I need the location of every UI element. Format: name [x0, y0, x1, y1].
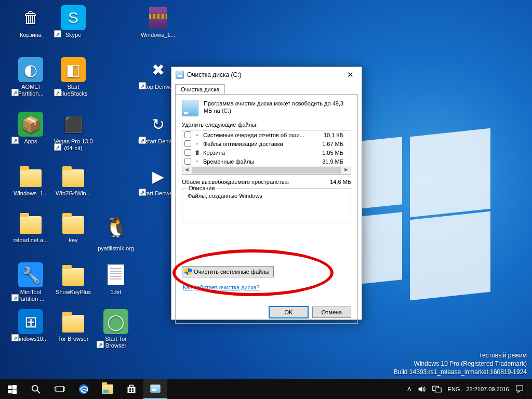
desktop-icon-win2[interactable]: Windows_1... [10, 164, 51, 197]
desktop-icon-label: key [53, 237, 94, 244]
desktop-icon-label: Win7G4Win... [53, 190, 94, 197]
tab-disk-cleanup[interactable]: Очистка диска [175, 84, 225, 95]
shortcut-arrow-icon: ↗ [54, 143, 61, 151]
task-view-button[interactable] [48, 379, 72, 399]
desktop-icon-apps[interactable]: 📦↗Apps [10, 112, 51, 145]
svg-rect-18 [435, 388, 441, 392]
desktop-icon-label: rsload.net.a... [10, 237, 51, 244]
clean-system-files-button[interactable]: Очистить системные файлы [182, 266, 274, 277]
shortcut-arrow-icon: ↗ [54, 89, 61, 96]
watermark-line1: Тестовый режим [394, 351, 527, 360]
shortcut-arrow-icon: ↗ [11, 294, 19, 301]
svg-point-4 [32, 385, 38, 391]
disk-cleanup-dialog: Очистка диска (C:) ✕ Очистка диска Прогр… [171, 66, 362, 320]
desktop-icon-label: 1.txt [96, 289, 136, 296]
taskbar: ᐱ ENG 22:21 07.09.2016 [0, 379, 532, 399]
action-center-button[interactable] [512, 379, 527, 399]
desktop-icon-aomei[interactable]: ◐↗AOMEI Partition... [10, 57, 51, 97]
taskbar-app-explorer[interactable] [96, 379, 119, 399]
tray-date: 07.09.2016 [481, 386, 509, 393]
shortcut-arrow-icon: ↗ [54, 30, 61, 37]
desktop-icon-minitool[interactable]: 🔧↗MiniTool Partition ... [10, 262, 51, 302]
description-groupbox: Описание Файлы, созданные Windows [182, 188, 351, 222]
how-cleanup-works-link[interactable]: Как работает очистка диска? [183, 284, 260, 290]
svg-rect-2 [8, 390, 12, 393]
file-checkbox[interactable] [184, 131, 191, 138]
file-name: Временные файлы [203, 158, 322, 165]
desktop-icon-label: ShowKeyPlus [53, 289, 94, 296]
file-type-icon: 🗑 [193, 149, 201, 156]
disk-cleanup-icon [176, 71, 184, 79]
svg-rect-15 [132, 391, 134, 392]
desktop-icon-vegas[interactable]: ⬛↗Vegas Pro 13.0 (64-bit) [53, 112, 94, 152]
tray-language-indicator[interactable]: ENG [445, 379, 463, 399]
svg-rect-11 [130, 385, 134, 388]
svg-rect-1 [12, 385, 17, 389]
file-type-icon: ▫ [193, 158, 201, 165]
svg-rect-19 [516, 386, 523, 391]
file-list-row[interactable]: ▫Временные файлы31,9 МБ [182, 157, 351, 166]
desktop-icon-skype[interactable]: S↗Skype [53, 5, 94, 38]
shortcut-arrow-icon: ↗ [11, 334, 19, 341]
file-size: 10,1 КБ [324, 132, 349, 138]
desktop-icon-label: Windows_1... [138, 32, 178, 38]
desktop-icon-label: Tor Browser [53, 336, 94, 342]
taskbar-app-store[interactable] [119, 379, 143, 399]
tray-overflow-button[interactable]: ᐱ [404, 379, 415, 399]
desktop[interactable]: 🗑КорзинаS↗SkypeWindows_1...◐↗AOMEI Parti… [0, 0, 532, 399]
dialog-title: Очистка диска (C:) [187, 71, 340, 78]
desktop-icon-rsload[interactable]: rsload.net.a... [10, 210, 51, 244]
file-type-icon: ▫ [193, 131, 201, 138]
file-size: 1,05 МБ [322, 150, 349, 156]
svg-line-5 [37, 391, 40, 393]
cancel-button[interactable]: Отмена [312, 307, 351, 318]
scroll-left-icon[interactable]: ◄ [182, 166, 191, 175]
shortcut-arrow-icon: ↗ [97, 341, 104, 348]
desktop-icon-win1[interactable]: Windows_1... [138, 5, 178, 38]
svg-marker-16 [418, 386, 422, 392]
show-desktop-button[interactable] [527, 379, 530, 399]
close-button[interactable]: ✕ [340, 68, 361, 82]
files-listbox[interactable]: ▫Системные очереди отчетов об оши...10,1… [182, 130, 351, 175]
file-name: Корзина [203, 150, 322, 156]
file-checkbox[interactable] [184, 140, 191, 147]
svg-rect-13 [132, 388, 134, 390]
start-button[interactable] [0, 379, 24, 399]
file-size: 1,67 МБ [322, 141, 349, 147]
file-name: Файлы оптимизации доставки [203, 141, 322, 147]
tray-clock[interactable]: 22:21 07.09.2016 [463, 379, 512, 399]
description-label: Описание [187, 185, 217, 191]
file-list-row[interactable]: ▫Файлы оптимизации доставки1,67 МБ [182, 139, 351, 148]
desktop-icon-key[interactable]: key [53, 210, 94, 244]
files-to-delete-label: Удалить следующие файлы: [182, 122, 351, 128]
tray-network-icon[interactable] [429, 379, 445, 399]
desktop-icon-win7g4[interactable]: Win7G4Win... [53, 164, 94, 197]
drive-icon [182, 100, 198, 116]
dialog-titlebar[interactable]: Очистка диска (C:) ✕ [171, 67, 362, 83]
taskbar-app-disk-cleanup[interactable] [143, 379, 167, 399]
desktop-icon-win10iso[interactable]: ⊞↗Windows10... [10, 309, 51, 342]
file-list-row[interactable]: ▫Системные очереди отчетов об оши...10,1… [182, 130, 351, 139]
desktop-icon-tor[interactable]: ◯↗Start Tor Browser [96, 309, 136, 349]
desktop-icon-pyat[interactable]: 🐧pyatilistnik.org [96, 210, 136, 252]
svg-rect-12 [129, 388, 131, 390]
file-size: 31,9 МБ [322, 158, 349, 165]
desktop-icon-showkey[interactable]: ShowKeyPlus [53, 262, 94, 296]
desktop-icon-bluestacks[interactable]: ◧↗Start BlueStacks [53, 57, 94, 97]
search-button[interactable] [24, 379, 48, 399]
ok-button[interactable]: OK [269, 307, 308, 318]
desktop-watermark: Тестовый режим Windows 10 Pro (Registere… [394, 351, 527, 376]
file-list-row[interactable]: 🗑Корзина1,05 МБ [182, 148, 351, 157]
scroll-right-icon[interactable]: ► [342, 166, 351, 175]
desktop-icon-torfolder[interactable]: Tor Browser [53, 309, 94, 342]
svg-rect-3 [12, 389, 17, 394]
file-checkbox[interactable] [184, 158, 191, 165]
file-checkbox[interactable] [184, 149, 191, 156]
horizontal-scrollbar[interactable]: ◄ ► [182, 166, 351, 175]
svg-rect-10 [128, 387, 136, 393]
scrollbar-thumb[interactable] [192, 167, 341, 174]
tray-volume-icon[interactable] [415, 379, 429, 399]
taskbar-app-edge[interactable] [72, 379, 96, 399]
desktop-icon-recycle[interactable]: 🗑Корзина [10, 5, 51, 38]
desktop-icon-1txt[interactable]: 1.txt [96, 262, 136, 296]
